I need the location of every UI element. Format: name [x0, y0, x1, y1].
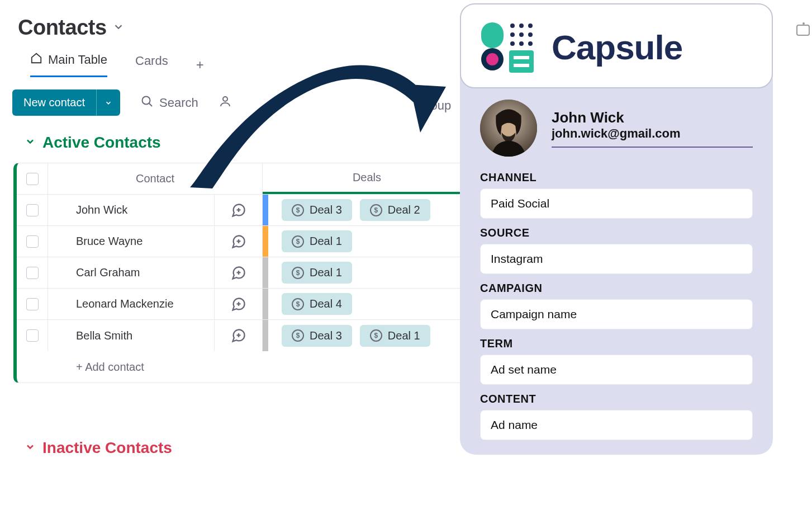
dollar-icon: $	[370, 329, 382, 342]
field-label: CHANNEL	[480, 171, 753, 184]
field-value[interactable]: Ad set name	[480, 355, 753, 385]
capsule-logo-card: Capsule	[460, 3, 773, 88]
deal-chip[interactable]: $Deal 1	[360, 325, 430, 347]
add-contact-row[interactable]: + Add contact	[17, 351, 471, 383]
deals-cell[interactable]: $Deal 3$Deal 2	[268, 195, 471, 225]
table-row[interactable]: John Wick$Deal 3$Deal 2	[17, 195, 471, 226]
new-contact-button[interactable]: New contact	[12, 89, 120, 116]
svg-point-18	[528, 23, 533, 28]
add-view-button[interactable]: +	[196, 57, 204, 73]
checkbox[interactable]	[26, 329, 39, 342]
field-value[interactable]: Ad name	[480, 410, 753, 440]
svg-point-23	[519, 41, 524, 46]
table-header-row: Contact Deals	[17, 163, 471, 195]
svg-point-2	[223, 97, 227, 101]
page-title: Contacts	[18, 16, 107, 40]
deals-cell[interactable]: $Deal 1	[268, 257, 471, 288]
section-label: Inactive Contacts	[42, 439, 172, 457]
row-checkbox-cell[interactable]	[17, 257, 48, 288]
person-info: John Wick john.wick@gmail.com	[552, 109, 753, 148]
dollar-icon: $	[292, 267, 304, 279]
field-value[interactable]: Campaign name	[480, 299, 753, 329]
svg-rect-13	[481, 22, 504, 48]
new-contact-dropdown[interactable]	[96, 89, 120, 116]
chat-add-icon	[231, 234, 246, 249]
deals-cell[interactable]: $Deal 3$Deal 1	[268, 320, 471, 351]
table-row[interactable]: Bruce Wayne$Deal 1	[17, 226, 471, 257]
tab-main-table[interactable]: Main Table	[30, 52, 107, 77]
field-label: TERM	[480, 337, 753, 350]
row-checkbox-cell[interactable]	[17, 226, 48, 257]
svg-point-16	[510, 23, 515, 28]
checkbox[interactable]	[26, 267, 39, 279]
person-email[interactable]: john.wick@gmail.com	[552, 126, 753, 148]
chevron-down-icon[interactable]	[112, 21, 125, 35]
chat-cell[interactable]	[215, 226, 263, 257]
status-bar	[263, 320, 268, 351]
row-checkbox-cell[interactable]	[17, 320, 48, 351]
svg-point-22	[510, 41, 515, 46]
chat-add-icon	[231, 202, 246, 218]
chat-add-icon	[231, 296, 246, 312]
contact-name-cell[interactable]: Leonard Mackenzie	[48, 289, 215, 319]
svg-rect-26	[514, 56, 529, 59]
chat-cell[interactable]	[215, 289, 263, 319]
deal-label: Deal 2	[388, 204, 420, 216]
deal-label: Deal 3	[310, 204, 342, 216]
contact-name-cell[interactable]: John Wick	[48, 195, 215, 225]
person-filter-button[interactable]	[219, 95, 232, 111]
search-button[interactable]: Search	[140, 95, 198, 111]
deal-chip[interactable]: $Deal 3	[282, 325, 352, 347]
group-label[interactable]: Group	[417, 98, 451, 113]
avatar	[480, 100, 537, 157]
checkbox[interactable]	[26, 235, 39, 248]
field-value[interactable]: Instagram	[480, 244, 753, 274]
status-bar	[263, 195, 268, 225]
column-header-contact[interactable]: Contact	[48, 163, 263, 194]
new-contact-main[interactable]: New contact	[12, 89, 96, 116]
row-checkbox-cell[interactable]	[17, 195, 48, 225]
deal-chip[interactable]: $Deal 1	[282, 262, 352, 284]
dollar-icon: $	[292, 204, 304, 216]
chat-add-icon	[231, 328, 246, 343]
checkbox[interactable]	[26, 298, 39, 310]
person-icon	[219, 95, 232, 111]
contact-name-cell[interactable]: Bella Smith	[48, 320, 215, 351]
row-checkbox-cell[interactable]	[17, 289, 48, 319]
table-row[interactable]: Carl Graham$Deal 1	[17, 257, 471, 289]
capsule-logo-icon	[478, 19, 539, 75]
chat-cell[interactable]	[215, 195, 263, 225]
deal-chip[interactable]: $Deal 1	[282, 230, 352, 252]
table-row[interactable]: Leonard Mackenzie$Deal 4	[17, 289, 471, 320]
deal-chip[interactable]: $Deal 3	[282, 199, 352, 221]
dollar-icon: $	[370, 204, 382, 216]
svg-point-24	[528, 41, 533, 46]
deal-chip[interactable]: $Deal 2	[360, 199, 430, 221]
svg-point-15	[486, 53, 498, 65]
table-row[interactable]: Bella Smith$Deal 3$Deal 1	[17, 320, 471, 351]
column-header-deals[interactable]: Deals	[263, 163, 471, 194]
deals-cell[interactable]: $Deal 4	[268, 289, 471, 319]
header-checkbox-cell[interactable]	[17, 163, 48, 194]
tab-cards[interactable]: Cards	[135, 54, 168, 76]
deal-label: Deal 3	[310, 329, 342, 342]
chevron-down-icon	[25, 441, 36, 455]
checkbox[interactable]	[26, 204, 39, 216]
chat-cell[interactable]	[215, 320, 263, 351]
deals-cell[interactable]: $Deal 1	[268, 226, 471, 257]
status-bar	[263, 226, 268, 257]
person-header: John Wick john.wick@gmail.com	[460, 88, 773, 159]
person-name: John Wick	[552, 109, 753, 126]
contact-name-cell[interactable]: Carl Graham	[48, 257, 215, 288]
deal-label: Deal 1	[388, 329, 420, 342]
svg-rect-25	[509, 50, 534, 73]
status-bar	[263, 257, 268, 288]
deal-chip[interactable]: $Deal 4	[282, 293, 352, 315]
chat-cell[interactable]	[215, 257, 263, 288]
field-value[interactable]: Paid Social	[480, 188, 753, 219]
contact-name-cell[interactable]: Bruce Wayne	[48, 226, 215, 257]
svg-point-17	[519, 23, 524, 28]
bot-icon[interactable]	[796, 25, 810, 36]
checkbox[interactable]	[26, 173, 39, 185]
field-label: CAMPAIGN	[480, 282, 753, 295]
